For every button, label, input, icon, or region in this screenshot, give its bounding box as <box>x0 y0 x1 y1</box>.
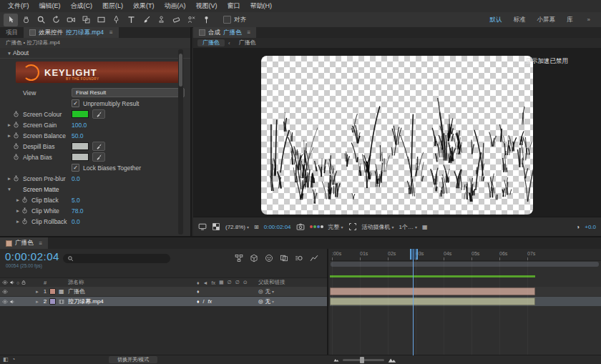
view-layout-dropdown[interactable]: 1个…▾ <box>399 223 417 231</box>
workspace-button[interactable]: 库 <box>567 16 573 24</box>
motion-blur-icon[interactable] <box>295 254 303 262</box>
expand-render-time-icon[interactable]: ◔ <box>12 356 16 363</box>
property-value[interactable]: 100.0 <box>72 122 87 129</box>
workspace-overflow-icon[interactable]: » <box>587 16 590 23</box>
eyedropper-button[interactable] <box>92 152 105 162</box>
expander-icon[interactable]: ▼ <box>6 51 13 56</box>
comp-nav-item[interactable]: 广播色 <box>197 39 225 46</box>
property-value[interactable]: 78.0 <box>72 207 84 215</box>
tab-timeline-comp[interactable]: 广播色 ≡ <box>0 237 48 249</box>
quality-switch-icon[interactable]: ♦ <box>197 289 200 294</box>
menu-item[interactable]: 文件(F) <box>3 0 34 12</box>
selection-tool-button[interactable] <box>4 14 18 26</box>
zoom-slider-track[interactable] <box>343 359 384 361</box>
layer-name[interactable]: 广播色 <box>68 287 197 295</box>
snapshot-icon[interactable] <box>296 222 305 231</box>
parent-dropdown[interactable]: 无▾ <box>265 298 275 305</box>
stopwatch-icon[interactable] <box>13 143 23 149</box>
layer-duration-bar[interactable] <box>330 287 535 295</box>
stopwatch-icon[interactable] <box>13 154 19 160</box>
stopwatch-icon[interactable] <box>13 154 23 160</box>
layer-expander-icon[interactable]: ► <box>34 290 41 294</box>
panel-menu-icon[interactable]: ≡ <box>248 29 251 36</box>
exposure-value[interactable]: +0.0 <box>585 224 596 230</box>
color-swatch[interactable] <box>72 153 89 161</box>
expander-icon[interactable]: ► <box>14 219 21 224</box>
region-of-interest-icon[interactable] <box>348 222 357 231</box>
stopwatch-icon[interactable] <box>13 122 19 128</box>
pick-whip-icon[interactable]: ◎ <box>258 288 263 295</box>
layer-lane[interactable] <box>330 297 601 306</box>
tab-effect-controls[interactable]: 效果控件 控刀绿幕.mp4 ≡ <box>24 27 119 38</box>
property-value[interactable]: 50.0 <box>72 132 84 139</box>
video-switch-icon[interactable] <box>2 299 8 305</box>
layer-name[interactable]: 控刀绿幕.mp4 <box>68 297 197 305</box>
current-timecode[interactable]: 0:00:02:04 <box>5 250 59 262</box>
stopwatch-icon[interactable] <box>13 132 19 139</box>
property-checkbox[interactable]: ✓ <box>72 99 79 107</box>
stopwatch-icon[interactable] <box>13 175 23 182</box>
composition-mini-flowchart-icon[interactable] <box>235 254 243 262</box>
menu-item[interactable]: 动画(A) <box>160 0 191 12</box>
work-area-bar[interactable] <box>331 262 599 267</box>
expander-icon[interactable]: ► <box>6 176 13 181</box>
color-swatch[interactable] <box>72 142 89 150</box>
expand-in-out-icon[interactable]: ◧ <box>3 356 9 363</box>
stopwatch-icon[interactable] <box>21 218 31 225</box>
layer-label-color[interactable] <box>49 288 56 295</box>
roto-brush-tool-button[interactable] <box>184 14 198 26</box>
workspace-button[interactable]: 标准 <box>514 16 526 24</box>
quality-switch-icon[interactable]: ♦ <box>197 299 200 304</box>
menu-item[interactable]: 视图(V) <box>191 0 223 12</box>
pan-behind-tool-button[interactable] <box>79 14 93 26</box>
menu-item[interactable]: 效果(T) <box>128 0 160 12</box>
draft-3d-icon[interactable] <box>250 254 258 262</box>
frame-blending-icon[interactable] <box>280 254 288 262</box>
camera-tool-button[interactable] <box>64 14 78 26</box>
expander-icon[interactable]: ► <box>6 133 13 138</box>
type-tool-button[interactable] <box>124 14 138 26</box>
source-name-header[interactable]: 源名称 <box>68 279 197 286</box>
composition-viewer[interactable]: 显示加速已禁用 <box>193 48 601 217</box>
expander-icon[interactable]: ► <box>6 122 13 127</box>
hand-tool-button[interactable] <box>19 14 33 26</box>
search-box[interactable] <box>63 254 170 263</box>
clone-stamp-tool-button[interactable] <box>154 14 168 26</box>
panel-menu-icon[interactable]: ≡ <box>109 29 113 36</box>
zoom-out-mountain-icon[interactable] <box>333 357 339 363</box>
exposure-icon[interactable]: ◑ <box>576 224 580 230</box>
property-checkbox[interactable]: ✓ <box>72 164 79 172</box>
time-ruler[interactable]: :00s01s02s03s04s05s06s07s <box>330 249 601 261</box>
layer-label-color[interactable] <box>49 298 56 305</box>
viewer-timecode[interactable]: 0:00:02:04 <box>264 224 291 230</box>
about-group-row[interactable]: ▼ About <box>0 48 190 59</box>
expander-icon[interactable]: ► <box>14 197 21 202</box>
stopwatch-icon[interactable] <box>21 197 28 203</box>
audio-switch-icon[interactable] <box>9 299 15 305</box>
menu-item[interactable]: 帮助(H) <box>245 0 278 12</box>
graph-editor-icon[interactable] <box>310 254 318 262</box>
monitor-icon[interactable] <box>198 222 207 231</box>
property-value[interactable]: 0.0 <box>72 175 80 182</box>
stopwatch-icon[interactable] <box>13 175 19 182</box>
grid-options-icon[interactable]: ▦ <box>422 224 428 230</box>
collapse-switch-icon[interactable]: / <box>203 299 205 304</box>
menu-item[interactable]: 编辑(E) <box>34 0 66 12</box>
menu-item[interactable]: 图层(L) <box>97 0 128 12</box>
stopwatch-icon[interactable] <box>13 111 23 117</box>
eyedropper-button[interactable] <box>92 142 105 151</box>
camera-dropdown[interactable]: 活动摄像机▾ <box>362 223 394 231</box>
stopwatch-icon[interactable] <box>21 197 31 203</box>
pick-whip-icon[interactable]: ◎ <box>258 298 263 305</box>
safe-margins-icon[interactable]: ⊞ <box>254 224 259 230</box>
layer-lane[interactable] <box>330 287 601 296</box>
layer-duration-bar[interactable] <box>330 297 535 305</box>
menu-item[interactable]: 窗口 <box>223 0 245 12</box>
puppet-pin-tool-button[interactable] <box>199 14 213 26</box>
stopwatch-icon[interactable] <box>13 122 23 128</box>
zoom-tool-button[interactable] <box>34 14 48 26</box>
layer-row[interactable]: ►2控刀绿幕.mp4♦/fx◎无▾ <box>0 297 327 306</box>
expander-icon[interactable]: ▼ <box>6 187 13 192</box>
transparency-grid-icon[interactable] <box>212 222 220 231</box>
panel-menu-icon[interactable]: ≡ <box>39 240 43 247</box>
